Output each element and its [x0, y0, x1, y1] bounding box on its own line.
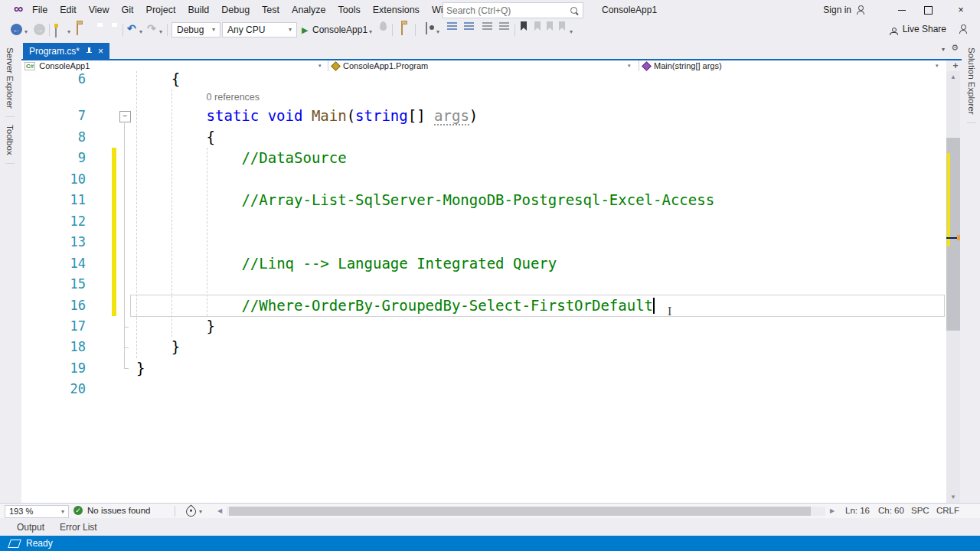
sign-in-button[interactable]: Sign in: [823, 0, 865, 20]
line-ending-indicator[interactable]: CRLF: [936, 506, 959, 515]
new-file-button[interactable]: [55, 25, 57, 37]
increase-indent-icon[interactable]: [499, 22, 509, 31]
menu-item-file[interactable]: File: [26, 0, 54, 20]
previous-bookmark-icon[interactable]: [534, 21, 541, 31]
new-file-dropdown-icon[interactable]: ▾: [67, 26, 70, 38]
menu-item-build[interactable]: Build: [181, 0, 215, 20]
send-feedback-icon[interactable]: [959, 24, 968, 34]
code-line-7[interactable]: static void Main(string[] args): [136, 106, 478, 126]
menu-item-extensions[interactable]: Extensions: [367, 0, 426, 20]
intellitrace-screenshot-icon[interactable]: [426, 22, 427, 34]
minimize-button[interactable]: [889, 0, 915, 20]
zoom-level-dropdown[interactable]: 193 % ▾: [5, 505, 69, 518]
code-line-14[interactable]: //Linq --> Language Integrated Query: [136, 253, 557, 274]
scroll-left-icon[interactable]: ◀: [217, 507, 222, 514]
line-number: 6: [21, 71, 86, 90]
close-window-button[interactable]: ×: [948, 0, 974, 20]
menu-item-debug[interactable]: Debug: [215, 0, 256, 20]
restore-button[interactable]: [915, 0, 941, 20]
vertical-scrollbar[interactable]: ▲ ▼: [946, 71, 960, 503]
horizontal-scrollbar[interactable]: [227, 507, 825, 516]
user-account-icon: [856, 5, 865, 15]
menu-item-tools[interactable]: Tools: [332, 0, 367, 20]
scroll-down-icon[interactable]: ▼: [946, 494, 960, 500]
side-tab-solution-explorer[interactable]: Solution Explorer: [967, 40, 976, 123]
intellitrace-dropdown-icon[interactable]: ▾: [436, 26, 439, 38]
find-in-files-icon[interactable]: [401, 23, 403, 35]
code-line-19[interactable]: }: [136, 358, 145, 379]
fold-collapse-button[interactable]: −: [119, 111, 131, 122]
open-file-button[interactable]: [77, 23, 78, 35]
navigate-back-button[interactable]: ←: [11, 24, 22, 35]
bookmarks-dropdown-icon[interactable]: ▾: [570, 26, 573, 38]
undo-dropdown-icon[interactable]: ▾: [139, 26, 142, 38]
code-health-indicator[interactable]: ✓ No issues found: [74, 506, 150, 515]
undo-button[interactable]: ↶: [127, 22, 136, 34]
split-editor-handle[interactable]: +: [949, 61, 962, 71]
menu-item-view[interactable]: View: [83, 0, 116, 20]
line-number: 19: [21, 358, 86, 379]
code-line-16[interactable]: //Where-OrderBy-GroupedBy-Select-FirstOr…: [136, 295, 655, 316]
show-threads-icon[interactable]: [464, 22, 474, 31]
redo-dropdown-icon[interactable]: ▾: [159, 26, 162, 38]
live-share-button[interactable]: Live Share: [889, 24, 946, 34]
member-dropdown-icon[interactable]: ▾: [936, 63, 939, 69]
start-project-dropdown-icon[interactable]: ▾: [369, 26, 372, 38]
start-project-button[interactable]: ConsoleApp1: [312, 24, 368, 36]
pin-tab-icon[interactable]: [85, 47, 93, 55]
document-well-options-icon[interactable]: ⚙: [951, 43, 959, 53]
status-bar: Ready: [0, 536, 980, 551]
code-line-6[interactable]: {: [136, 71, 180, 90]
code-token: Main: [312, 107, 347, 124]
side-tab-server-explorer[interactable]: Server Explorer: [5, 40, 15, 117]
code-line-8[interactable]: {: [136, 127, 215, 148]
code-editor[interactable]: − 67891011121314151617181920 {0 referenc…: [21, 71, 946, 503]
project-dropdown[interactable]: C# ConsoleApp1: [21, 60, 328, 71]
code-token: static void: [207, 107, 312, 124]
codelens-references[interactable]: 0 references: [207, 90, 260, 106]
search-input[interactable]: [443, 5, 570, 16]
track-changes-dropdown-icon[interactable]: ▾: [199, 508, 202, 515]
menu-item-edit[interactable]: Edit: [54, 0, 83, 20]
panel-tab-output[interactable]: Output: [17, 522, 44, 533]
code-line-11[interactable]: //Array-List-SqlServer-MongoDB-Postgresq…: [136, 190, 714, 210]
code-token: //Where-OrderBy-GroupedBy-Select-FirstOr…: [241, 297, 653, 314]
clear-bookmarks-icon[interactable]: [559, 21, 565, 31]
decrease-indent-icon[interactable]: [482, 22, 492, 31]
project-dropdown-icon[interactable]: ▾: [318, 63, 322, 69]
search-box[interactable]: [443, 2, 583, 18]
start-debugging-icon[interactable]: ▶: [302, 24, 308, 36]
code-token: args: [434, 107, 469, 126]
member-dropdown[interactable]: Main(string[] args): [639, 60, 946, 71]
scroll-up-icon[interactable]: ▲: [946, 73, 960, 80]
redo-button[interactable]: ↷: [147, 22, 156, 34]
solution-configuration-dropdown[interactable]: Debug ▾: [172, 22, 220, 37]
hot-reload-icon[interactable]: [380, 21, 387, 31]
menu-item-project[interactable]: Project: [140, 0, 182, 20]
navigate-back-dropdown-icon[interactable]: ▾: [24, 26, 28, 38]
close-tab-icon[interactable]: ×: [98, 47, 103, 55]
code-line-17[interactable]: }: [136, 316, 215, 337]
horizontal-scrollbar-thumb[interactable]: [229, 507, 811, 516]
toggle-bookmark-icon[interactable]: [521, 21, 527, 31]
tab-program-cs[interactable]: Program.cs* ×: [23, 43, 109, 59]
spaces-mode-indicator[interactable]: SPC: [911, 506, 929, 515]
navigate-forward-button[interactable]: →: [34, 24, 45, 35]
code-line-18[interactable]: }: [136, 337, 180, 357]
line-number: 8: [21, 127, 86, 148]
menu-item-analyze[interactable]: Analyze: [286, 0, 332, 20]
panel-tab-error-list[interactable]: Error List: [60, 522, 97, 533]
tab-list-dropdown-icon[interactable]: ▾: [942, 46, 945, 53]
code-token: []: [408, 107, 434, 124]
show-output-icon[interactable]: [447, 22, 457, 31]
scroll-right-icon[interactable]: ▶: [830, 507, 835, 514]
code-line-9[interactable]: //DataSource: [136, 148, 347, 168]
track-changes-icon[interactable]: [184, 504, 198, 518]
menu-item-test[interactable]: Test: [256, 0, 286, 20]
solution-platform-dropdown[interactable]: Any CPU ▾: [222, 22, 297, 37]
type-dropdown[interactable]: ConsoleApp1.Program: [328, 60, 639, 71]
side-tab-toolbox[interactable]: Toolbox: [5, 117, 15, 164]
type-dropdown-icon[interactable]: ▾: [628, 63, 631, 69]
next-bookmark-icon[interactable]: [547, 21, 553, 31]
menu-item-git[interactable]: Git: [116, 0, 140, 20]
